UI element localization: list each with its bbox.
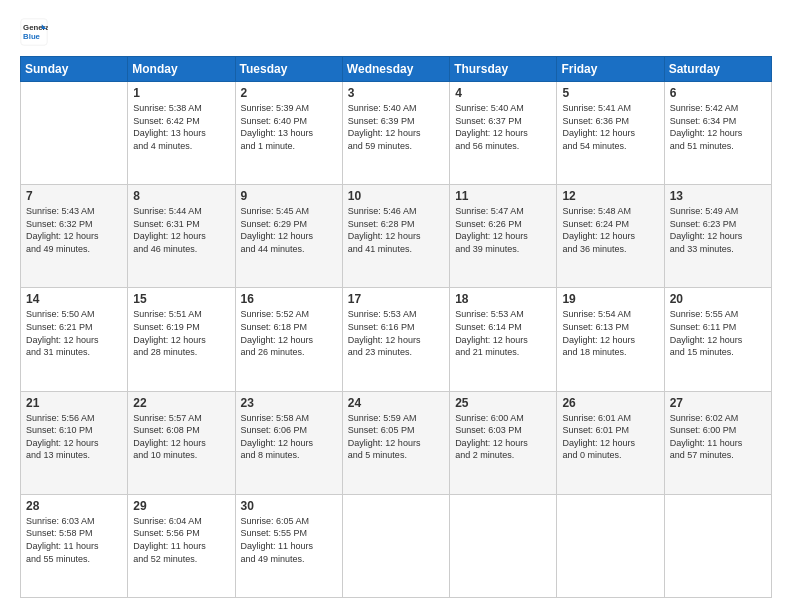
day-info: Sunrise: 5:51 AMSunset: 6:19 PMDaylight:… [133,308,229,358]
day-info: Sunrise: 5:53 AMSunset: 6:16 PMDaylight:… [348,308,444,358]
calendar-cell: 30Sunrise: 6:05 AMSunset: 5:55 PMDayligh… [235,494,342,597]
calendar-cell [342,494,449,597]
calendar-cell: 24Sunrise: 5:59 AMSunset: 6:05 PMDayligh… [342,391,449,494]
day-info: Sunrise: 6:00 AMSunset: 6:03 PMDaylight:… [455,412,551,462]
weekday-header-tuesday: Tuesday [235,57,342,82]
day-info: Sunrise: 5:55 AMSunset: 6:11 PMDaylight:… [670,308,766,358]
day-number: 13 [670,189,766,203]
day-number: 2 [241,86,337,100]
day-info: Sunrise: 5:54 AMSunset: 6:13 PMDaylight:… [562,308,658,358]
calendar-table: SundayMondayTuesdayWednesdayThursdayFrid… [20,56,772,598]
calendar-cell: 22Sunrise: 5:57 AMSunset: 6:08 PMDayligh… [128,391,235,494]
day-number: 30 [241,499,337,513]
calendar-cell: 16Sunrise: 5:52 AMSunset: 6:18 PMDayligh… [235,288,342,391]
day-number: 24 [348,396,444,410]
day-number: 7 [26,189,122,203]
day-number: 8 [133,189,229,203]
calendar-cell [557,494,664,597]
day-number: 23 [241,396,337,410]
calendar-cell: 25Sunrise: 6:00 AMSunset: 6:03 PMDayligh… [450,391,557,494]
calendar-cell: 27Sunrise: 6:02 AMSunset: 6:00 PMDayligh… [664,391,771,494]
weekday-header-wednesday: Wednesday [342,57,449,82]
calendar-cell: 1Sunrise: 5:38 AMSunset: 6:42 PMDaylight… [128,82,235,185]
day-number: 22 [133,396,229,410]
day-number: 1 [133,86,229,100]
calendar-cell: 7Sunrise: 5:43 AMSunset: 6:32 PMDaylight… [21,185,128,288]
day-number: 16 [241,292,337,306]
day-number: 25 [455,396,551,410]
day-number: 9 [241,189,337,203]
day-info: Sunrise: 6:05 AMSunset: 5:55 PMDaylight:… [241,515,337,565]
calendar-cell: 2Sunrise: 5:39 AMSunset: 6:40 PMDaylight… [235,82,342,185]
day-info: Sunrise: 5:46 AMSunset: 6:28 PMDaylight:… [348,205,444,255]
logo: General Blue [20,18,52,46]
calendar-cell: 14Sunrise: 5:50 AMSunset: 6:21 PMDayligh… [21,288,128,391]
calendar-cell: 13Sunrise: 5:49 AMSunset: 6:23 PMDayligh… [664,185,771,288]
calendar-cell: 29Sunrise: 6:04 AMSunset: 5:56 PMDayligh… [128,494,235,597]
weekday-header-friday: Friday [557,57,664,82]
calendar-week-row: 28Sunrise: 6:03 AMSunset: 5:58 PMDayligh… [21,494,772,597]
calendar-cell: 5Sunrise: 5:41 AMSunset: 6:36 PMDaylight… [557,82,664,185]
day-info: Sunrise: 5:48 AMSunset: 6:24 PMDaylight:… [562,205,658,255]
day-number: 28 [26,499,122,513]
day-number: 12 [562,189,658,203]
day-info: Sunrise: 5:44 AMSunset: 6:31 PMDaylight:… [133,205,229,255]
day-info: Sunrise: 6:02 AMSunset: 6:00 PMDaylight:… [670,412,766,462]
calendar-cell: 11Sunrise: 5:47 AMSunset: 6:26 PMDayligh… [450,185,557,288]
calendar-cell: 20Sunrise: 5:55 AMSunset: 6:11 PMDayligh… [664,288,771,391]
day-number: 11 [455,189,551,203]
day-info: Sunrise: 5:43 AMSunset: 6:32 PMDaylight:… [26,205,122,255]
calendar-cell: 23Sunrise: 5:58 AMSunset: 6:06 PMDayligh… [235,391,342,494]
day-number: 14 [26,292,122,306]
weekday-header-monday: Monday [128,57,235,82]
day-info: Sunrise: 5:58 AMSunset: 6:06 PMDaylight:… [241,412,337,462]
day-number: 21 [26,396,122,410]
calendar-cell [450,494,557,597]
calendar-cell: 15Sunrise: 5:51 AMSunset: 6:19 PMDayligh… [128,288,235,391]
calendar-week-row: 7Sunrise: 5:43 AMSunset: 6:32 PMDaylight… [21,185,772,288]
day-info: Sunrise: 5:42 AMSunset: 6:34 PMDaylight:… [670,102,766,152]
day-info: Sunrise: 5:49 AMSunset: 6:23 PMDaylight:… [670,205,766,255]
calendar-cell: 9Sunrise: 5:45 AMSunset: 6:29 PMDaylight… [235,185,342,288]
day-number: 4 [455,86,551,100]
day-number: 6 [670,86,766,100]
day-number: 17 [348,292,444,306]
weekday-header-sunday: Sunday [21,57,128,82]
header: General Blue [20,18,772,46]
calendar-cell: 28Sunrise: 6:03 AMSunset: 5:58 PMDayligh… [21,494,128,597]
calendar-cell: 8Sunrise: 5:44 AMSunset: 6:31 PMDaylight… [128,185,235,288]
day-number: 18 [455,292,551,306]
calendar-cell [21,82,128,185]
day-info: Sunrise: 5:59 AMSunset: 6:05 PMDaylight:… [348,412,444,462]
day-number: 3 [348,86,444,100]
day-info: Sunrise: 5:41 AMSunset: 6:36 PMDaylight:… [562,102,658,152]
day-info: Sunrise: 6:04 AMSunset: 5:56 PMDaylight:… [133,515,229,565]
day-number: 26 [562,396,658,410]
day-info: Sunrise: 6:03 AMSunset: 5:58 PMDaylight:… [26,515,122,565]
day-info: Sunrise: 5:38 AMSunset: 6:42 PMDaylight:… [133,102,229,152]
calendar-cell: 10Sunrise: 5:46 AMSunset: 6:28 PMDayligh… [342,185,449,288]
calendar-cell: 19Sunrise: 5:54 AMSunset: 6:13 PMDayligh… [557,288,664,391]
calendar-cell [664,494,771,597]
day-info: Sunrise: 5:53 AMSunset: 6:14 PMDaylight:… [455,308,551,358]
calendar-cell: 3Sunrise: 5:40 AMSunset: 6:39 PMDaylight… [342,82,449,185]
weekday-header-row: SundayMondayTuesdayWednesdayThursdayFrid… [21,57,772,82]
logo-icon: General Blue [20,18,48,46]
page: General Blue SundayMondayTuesdayWednesda… [0,0,792,612]
weekday-header-thursday: Thursday [450,57,557,82]
calendar-cell: 26Sunrise: 6:01 AMSunset: 6:01 PMDayligh… [557,391,664,494]
svg-text:Blue: Blue [23,32,41,41]
calendar-cell: 4Sunrise: 5:40 AMSunset: 6:37 PMDaylight… [450,82,557,185]
calendar-week-row: 1Sunrise: 5:38 AMSunset: 6:42 PMDaylight… [21,82,772,185]
day-number: 20 [670,292,766,306]
day-number: 27 [670,396,766,410]
day-info: Sunrise: 6:01 AMSunset: 6:01 PMDaylight:… [562,412,658,462]
calendar-cell: 6Sunrise: 5:42 AMSunset: 6:34 PMDaylight… [664,82,771,185]
day-info: Sunrise: 5:39 AMSunset: 6:40 PMDaylight:… [241,102,337,152]
calendar-cell: 18Sunrise: 5:53 AMSunset: 6:14 PMDayligh… [450,288,557,391]
calendar-week-row: 21Sunrise: 5:56 AMSunset: 6:10 PMDayligh… [21,391,772,494]
day-info: Sunrise: 5:47 AMSunset: 6:26 PMDaylight:… [455,205,551,255]
weekday-header-saturday: Saturday [664,57,771,82]
day-info: Sunrise: 5:50 AMSunset: 6:21 PMDaylight:… [26,308,122,358]
day-info: Sunrise: 5:56 AMSunset: 6:10 PMDaylight:… [26,412,122,462]
